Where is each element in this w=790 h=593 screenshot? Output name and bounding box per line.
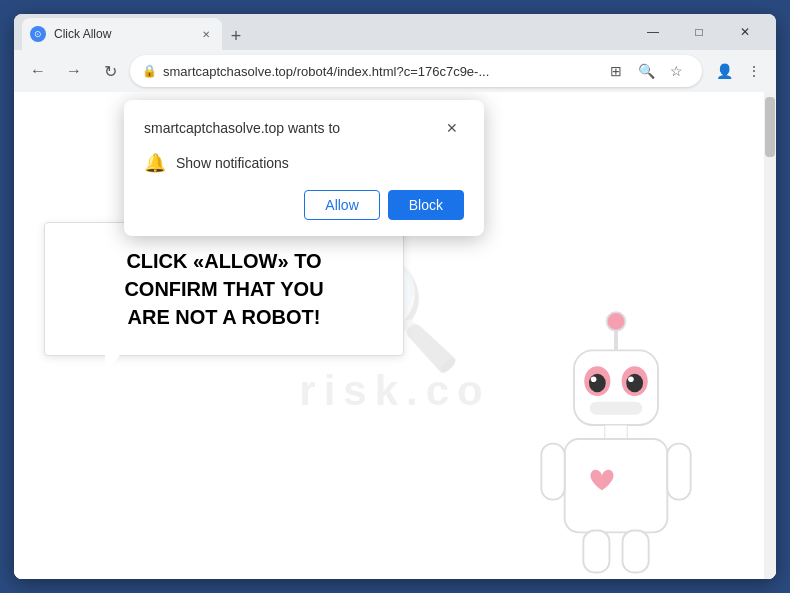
forward-button[interactable]: →: [58, 55, 90, 87]
notification-label: Show notifications: [176, 155, 289, 171]
popup-close-button[interactable]: ✕: [440, 116, 464, 140]
popup-site-text: smartcaptchasolve.top wants to: [144, 120, 340, 136]
svg-rect-11: [565, 439, 668, 532]
url-text: smartcaptchasolve.top/robot4/index.html?…: [163, 64, 596, 79]
translate-icon[interactable]: ⊞: [602, 57, 630, 85]
allow-button[interactable]: Allow: [304, 190, 379, 220]
window-controls: — □ ✕: [630, 14, 768, 50]
svg-point-8: [628, 376, 634, 382]
svg-rect-14: [583, 530, 609, 572]
popup-notification-row: 🔔 Show notifications: [144, 152, 464, 174]
browser-actions: 👤 ⋮: [710, 57, 768, 85]
active-tab[interactable]: ⊙ Click Allow ✕: [22, 18, 222, 50]
profile-icon[interactable]: 👤: [710, 57, 738, 85]
svg-point-1: [607, 312, 626, 331]
title-bar: ⊙ Click Allow ✕ + — □ ✕: [14, 14, 776, 50]
main-text: CLICK «ALLOW» TO CONFIRM THAT YOU ARE NO…: [77, 247, 371, 331]
speech-bubble: CLICK «ALLOW» TO CONFIRM THAT YOU ARE NO…: [44, 222, 404, 356]
watermark-text: risk.co: [299, 367, 490, 415]
bookmark-icon[interactable]: ☆: [662, 57, 690, 85]
svg-point-6: [626, 374, 643, 393]
reload-button[interactable]: ↻: [94, 55, 126, 87]
notification-popup: smartcaptchasolve.top wants to ✕ 🔔 Show …: [124, 100, 484, 236]
scrollbar-thumb[interactable]: [765, 97, 775, 157]
svg-point-7: [591, 376, 597, 382]
address-bar[interactable]: 🔒 smartcaptchasolve.top/robot4/index.htm…: [130, 55, 702, 87]
search-icon[interactable]: 🔍: [632, 57, 660, 85]
maximize-button[interactable]: □: [676, 14, 722, 50]
address-actions: ⊞ 🔍 ☆: [602, 57, 690, 85]
robot-svg: [516, 299, 716, 579]
browser-window: ⊙ Click Allow ✕ + — □ ✕ ← → ↻ 🔒 smartcap…: [14, 14, 776, 579]
scrollbar[interactable]: [764, 92, 776, 579]
popup-actions: Allow Block: [144, 190, 464, 220]
new-tab-button[interactable]: +: [222, 22, 250, 50]
menu-icon[interactable]: ⋮: [740, 57, 768, 85]
svg-rect-10: [605, 425, 627, 439]
tab-close-button[interactable]: ✕: [198, 26, 214, 42]
svg-rect-9: [590, 402, 642, 415]
svg-rect-15: [623, 530, 649, 572]
svg-rect-12: [541, 444, 564, 500]
tab-favicon: ⊙: [30, 26, 46, 42]
address-bar-row: ← → ↻ 🔒 smartcaptchasolve.top/robot4/ind…: [14, 50, 776, 92]
tab-area: ⊙ Click Allow ✕ +: [22, 14, 630, 50]
bell-icon: 🔔: [144, 152, 166, 174]
page-body: 🔍 risk.co CLICK «ALLOW» TO CONFIRM THAT …: [14, 92, 776, 579]
block-button[interactable]: Block: [388, 190, 464, 220]
close-button[interactable]: ✕: [722, 14, 768, 50]
minimize-button[interactable]: —: [630, 14, 676, 50]
svg-point-5: [589, 374, 606, 393]
back-button[interactable]: ←: [22, 55, 54, 87]
svg-rect-13: [667, 444, 690, 500]
popup-header: smartcaptchasolve.top wants to ✕: [144, 116, 464, 140]
lock-icon: 🔒: [142, 64, 157, 78]
tab-title: Click Allow: [54, 27, 190, 41]
page-content: 🔍 risk.co CLICK «ALLOW» TO CONFIRM THAT …: [14, 92, 776, 579]
robot-illustration: [516, 299, 716, 579]
